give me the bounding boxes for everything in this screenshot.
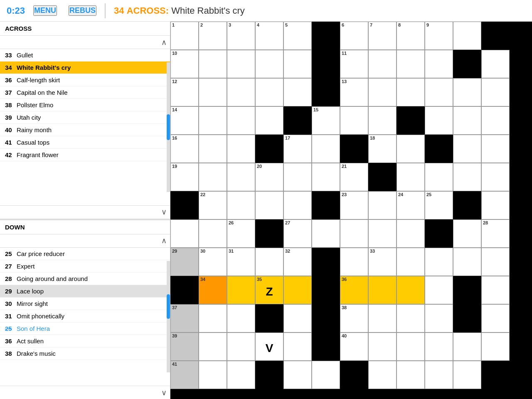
across-clue-item-40[interactable]: 40Rainy month (0, 124, 170, 136)
cell-0-7[interactable]: 7 (368, 22, 397, 50)
cell-7-6[interactable] (340, 219, 368, 248)
cell-7-4[interactable]: 27 (283, 219, 312, 248)
cell-2-9[interactable] (425, 78, 453, 106)
cell-4-8[interactable] (397, 135, 425, 163)
cell-4-9[interactable] (425, 135, 453, 163)
cell-3-9[interactable] (425, 106, 453, 135)
cell-6-2[interactable] (227, 191, 255, 219)
cell-8-0[interactable]: 29 (170, 248, 199, 276)
cell-5-2[interactable] (227, 163, 255, 191)
cell-3-10[interactable] (453, 106, 481, 135)
cell-6-6[interactable]: 23 (340, 191, 368, 219)
cell-7-7[interactable] (368, 219, 397, 248)
cell-0-3[interactable]: 4 (255, 22, 283, 50)
cell-4-6[interactable] (340, 135, 368, 163)
cell-11-4[interactable] (283, 332, 312, 361)
cell-1-2[interactable] (227, 50, 255, 78)
cell-10-4[interactable] (283, 304, 312, 332)
cell-9-4[interactable] (283, 276, 312, 304)
cell-9-8[interactable] (397, 276, 425, 304)
cell-10-0[interactable]: 37 (170, 304, 199, 332)
cell-4-5[interactable] (312, 135, 340, 163)
cell-9-0[interactable] (170, 276, 199, 304)
cell-3-7[interactable] (368, 106, 397, 135)
cell-6-1[interactable]: 22 (199, 191, 227, 219)
cell-12-3[interactable] (255, 361, 283, 389)
cell-4-2[interactable] (227, 135, 255, 163)
cell-7-1[interactable] (199, 219, 227, 248)
across-clue-item-39[interactable]: 39Utah city (0, 111, 170, 124)
cell-6-10[interactable] (453, 191, 481, 219)
cell-3-11[interactable] (481, 106, 510, 135)
cell-12-10[interactable] (453, 361, 481, 389)
cell-3-6[interactable] (340, 106, 368, 135)
cell-2-3[interactable] (255, 78, 283, 106)
rebus-button[interactable]: REBUS (69, 5, 96, 16)
cell-5-0[interactable]: 19 (170, 163, 199, 191)
across-scroll-down[interactable]: ∨ (0, 205, 170, 219)
cell-12-4[interactable] (283, 361, 312, 389)
cell-11-11[interactable] (481, 332, 510, 361)
cell-8-8[interactable] (397, 248, 425, 276)
across-clue-item-36[interactable]: 36Calf-length skirt (0, 74, 170, 86)
crossword-grid[interactable]: 1234567891011121314151617181920212223242… (170, 22, 510, 389)
down-clue-item-0[interactable]: 25Car price reducer (0, 248, 170, 260)
cell-7-0[interactable] (170, 219, 199, 248)
cell-8-5[interactable] (312, 248, 340, 276)
cell-1-7[interactable] (368, 50, 397, 78)
cell-10-1[interactable] (199, 304, 227, 332)
cell-11-9[interactable] (425, 332, 453, 361)
cell-12-8[interactable] (397, 361, 425, 389)
cell-0-2[interactable]: 3 (227, 22, 255, 50)
across-scroll-up[interactable]: ∧ (0, 36, 170, 49)
cell-5-8[interactable] (397, 163, 425, 191)
cell-3-2[interactable] (227, 106, 255, 135)
across-clue-item-38[interactable]: 38Pollster Elmo (0, 99, 170, 111)
cell-7-5[interactable] (312, 219, 340, 248)
across-clue-item-33[interactable]: 33Gullet (0, 49, 170, 62)
cell-8-3[interactable] (255, 248, 283, 276)
cell-10-10[interactable] (453, 304, 481, 332)
cell-8-10[interactable] (453, 248, 481, 276)
cell-0-4[interactable]: 5 (283, 22, 312, 50)
down-scroll-up[interactable]: ∧ (0, 234, 170, 248)
cell-0-9[interactable]: 9 (425, 22, 453, 50)
cell-4-10[interactable] (453, 135, 481, 163)
cell-10-5[interactable] (312, 304, 340, 332)
cell-11-2[interactable] (227, 332, 255, 361)
cell-2-7[interactable] (368, 78, 397, 106)
cell-3-3[interactable] (255, 106, 283, 135)
cell-4-7[interactable]: 18 (368, 135, 397, 163)
cell-1-5[interactable] (312, 50, 340, 78)
cell-1-8[interactable] (397, 50, 425, 78)
down-clue-item-5[interactable]: 31Omit phonetically (0, 310, 170, 323)
cell-6-5[interactable] (312, 191, 340, 219)
cell-1-1[interactable] (199, 50, 227, 78)
cell-8-4[interactable]: 32 (283, 248, 312, 276)
cell-9-3[interactable]: 35Z (255, 276, 283, 304)
cell-5-7[interactable] (368, 163, 397, 191)
cell-3-0[interactable]: 14 (170, 106, 199, 135)
cell-7-10[interactable] (453, 219, 481, 248)
cell-3-8[interactable] (397, 106, 425, 135)
cell-3-1[interactable] (199, 106, 227, 135)
cell-10-3[interactable] (255, 304, 283, 332)
down-clue-item-8[interactable]: 38Drake's music (0, 347, 170, 360)
cell-5-4[interactable] (283, 163, 312, 191)
cell-11-10[interactable] (453, 332, 481, 361)
cell-7-2[interactable]: 26 (227, 219, 255, 248)
cell-2-0[interactable]: 12 (170, 78, 199, 106)
cell-2-11[interactable] (481, 78, 510, 106)
cell-4-3[interactable] (255, 135, 283, 163)
cell-12-11[interactable] (481, 361, 510, 389)
cell-5-9[interactable] (425, 163, 453, 191)
cell-5-6[interactable]: 21 (340, 163, 368, 191)
cell-11-7[interactable] (368, 332, 397, 361)
across-clue-item-42[interactable]: 42Fragrant flower (0, 149, 170, 161)
cell-10-7[interactable] (368, 304, 397, 332)
cell-2-6[interactable]: 13 (340, 78, 368, 106)
cell-2-4[interactable] (283, 78, 312, 106)
cell-9-2[interactable] (227, 276, 255, 304)
crossword-grid-panel[interactable]: 1234567891011121314151617181920212223242… (170, 22, 532, 399)
cell-5-11[interactable] (481, 163, 510, 191)
